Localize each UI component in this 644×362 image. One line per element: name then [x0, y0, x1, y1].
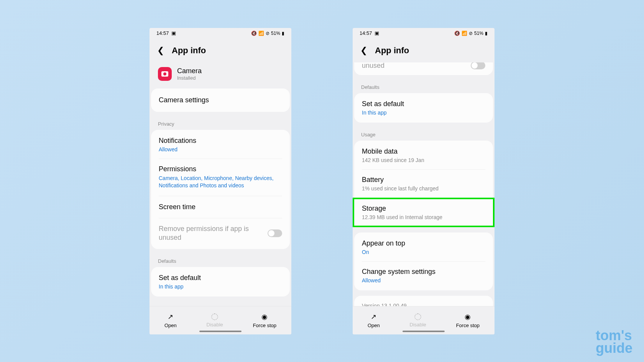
disable-label: Disable [207, 322, 223, 328]
battery-percent: 51% [271, 31, 280, 36]
open-label: Open [368, 323, 380, 328]
appear-on-top-sub: On [362, 249, 485, 255]
remove-permissions-label: Remove permissions if app is unused [159, 224, 268, 242]
app-icon-camera [158, 67, 172, 81]
watermark-line2: guide [596, 340, 632, 356]
open-icon: ↗ [168, 313, 173, 321]
storage-sub: 12.39 MB used in Internal storage [362, 214, 485, 220]
app-header: Camera Installed [150, 62, 291, 88]
set-default-title: Set as default [159, 274, 282, 282]
spinner-icon [414, 313, 421, 320]
no-sim-icon: ⊘ [469, 31, 473, 36]
permissions-row[interactable]: Permissions Camera, Location, Microphone… [159, 159, 282, 196]
storage-row[interactable]: Storage 12.39 MB used in Internal storag… [354, 199, 493, 226]
status-bar: 14:57 ▣ 🔇 📶 ⊘ 51% ▮ [353, 28, 495, 39]
change-system-sub: Allowed [362, 277, 485, 283]
no-sim-icon: ⊘ [266, 31, 269, 36]
watermark-logo: tom's guide [596, 329, 632, 354]
screenshot-icon: ▣ [171, 30, 176, 36]
partial-unused-label: unused [362, 62, 384, 70]
disable-button: Disable [410, 313, 426, 328]
open-label: Open [164, 323, 177, 328]
battery-percent: 51% [474, 31, 483, 36]
screen-time-label: Screen time [159, 203, 282, 211]
mobile-data-sub: 142 KB used since 19 Jan [362, 157, 485, 163]
open-button[interactable]: ↗ Open [164, 313, 177, 328]
battery-row[interactable]: Battery 1% used since last fully charged [362, 170, 485, 198]
bottom-action-bar: ↗ Open Disable ◉ Force stop [353, 306, 495, 334]
screenshot-icon: ▣ [375, 30, 379, 36]
battery-title: Battery [362, 176, 485, 184]
page-title: App info [172, 46, 206, 56]
open-icon: ↗ [371, 313, 376, 321]
section-privacy: Privacy [150, 117, 291, 130]
target-icon: ◉ [465, 313, 471, 321]
phone-screenshot-right: 14:57 ▣ 🔇 📶 ⊘ 51% ▮ ❮ App info unused De… [353, 28, 495, 334]
change-system-title: Change system settings [362, 268, 485, 276]
screen-time-row[interactable]: Screen time [159, 196, 282, 218]
status-time: 14:57 [360, 30, 372, 36]
wifi-icon: 📶 [462, 31, 467, 36]
permissions-title: Permissions [159, 165, 282, 173]
force-stop-label: Force stop [253, 323, 276, 328]
force-stop-button[interactable]: ◉ Force stop [456, 313, 480, 328]
nav-handle[interactable] [402, 331, 445, 332]
mute-icon: 🔇 [251, 31, 257, 36]
storage-title: Storage [362, 205, 485, 213]
page-title: App info [375, 46, 409, 56]
page-header: ❮ App info [353, 39, 495, 62]
status-time: 14:57 [156, 30, 169, 36]
phone-screenshot-left: 14:57 ▣ 🔇 📶 ⊘ 51% ▮ ❮ App info Camera In… [150, 28, 291, 334]
section-defaults: Defaults [150, 254, 291, 267]
app-name: Camera [177, 67, 202, 75]
set-default-row[interactable]: Set as default In this app [159, 268, 282, 296]
back-icon[interactable]: ❮ [360, 46, 367, 56]
battery-sub: 1% used since last fully charged [362, 185, 485, 192]
battery-icon: ▮ [485, 31, 488, 36]
target-icon: ◉ [261, 313, 268, 321]
remove-permissions-toggle[interactable] [268, 229, 282, 237]
section-usage: Usage [353, 128, 495, 141]
back-icon[interactable]: ❮ [157, 46, 164, 56]
remove-permissions-toggle[interactable] [471, 62, 485, 70]
section-defaults: Defaults [353, 80, 495, 93]
version-label: Version 13.1.00.49 [354, 296, 493, 306]
appear-on-top-title: Appear on top [362, 239, 485, 247]
camera-settings-row[interactable]: Camera settings [159, 89, 282, 111]
remove-permissions-partial[interactable]: unused [354, 62, 493, 74]
app-install-status: Installed [177, 75, 202, 81]
force-stop-button[interactable]: ◉ Force stop [253, 313, 276, 328]
permissions-sub: Camera, Location, Microphone, Nearby dev… [159, 175, 282, 190]
wifi-icon: 📶 [258, 31, 264, 36]
status-bar: 14:57 ▣ 🔇 📶 ⊘ 51% ▮ [150, 28, 291, 39]
page-header: ❮ App info [150, 39, 291, 62]
notifications-row[interactable]: Notifications Allowed [159, 131, 282, 159]
disable-button: Disable [207, 313, 223, 328]
change-system-row[interactable]: Change system settings Allowed [362, 262, 485, 290]
notifications-title: Notifications [159, 137, 282, 145]
mobile-data-title: Mobile data [362, 147, 485, 156]
set-default-sub: In this app [159, 283, 282, 290]
battery-icon: ▮ [282, 31, 284, 36]
set-default-title: Set as default [362, 100, 485, 108]
force-stop-label: Force stop [456, 323, 480, 328]
section-usage: Usage [150, 302, 291, 306]
set-default-row[interactable]: Set as default In this app [362, 94, 485, 122]
remove-permissions-row[interactable]: Remove permissions if app is unused [159, 218, 282, 249]
disable-label: Disable [410, 322, 426, 328]
appear-on-top-row[interactable]: Appear on top On [362, 233, 485, 262]
spinner-icon [211, 313, 218, 320]
notifications-sub: Allowed [159, 146, 282, 152]
open-button[interactable]: ↗ Open [368, 313, 380, 328]
mobile-data-row[interactable]: Mobile data 142 KB used since 19 Jan [362, 141, 485, 170]
mute-icon: 🔇 [454, 31, 460, 36]
set-default-sub: In this app [362, 110, 485, 116]
camera-settings-label: Camera settings [159, 96, 282, 104]
storage-highlight: Storage 12.39 MB used in Internal storag… [353, 198, 495, 227]
camera-icon [161, 71, 168, 77]
nav-handle[interactable] [199, 331, 242, 332]
bottom-action-bar: ↗ Open Disable ◉ Force stop [150, 306, 291, 334]
